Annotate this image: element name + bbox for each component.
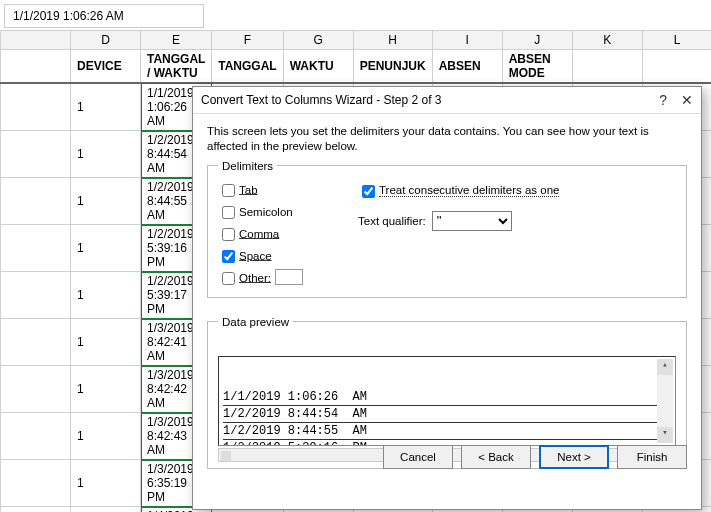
delim-space[interactable]: Space bbox=[218, 247, 338, 266]
delim-comma-checkbox[interactable] bbox=[222, 228, 235, 241]
delim-comma[interactable]: Comma bbox=[218, 225, 338, 244]
dialog-description: This screen lets you set the delimiters … bbox=[207, 124, 687, 154]
text-qualifier-label: Text qualifier: bbox=[358, 215, 426, 227]
delim-other[interactable]: Other: bbox=[218, 269, 338, 288]
delim-space-checkbox[interactable] bbox=[222, 250, 235, 263]
preview-scrollbar[interactable]: ▴ ▾ bbox=[657, 359, 673, 443]
next-button[interactable]: Next > bbox=[539, 445, 609, 469]
preview-line: 1/2/2019 8:44:54 AM bbox=[223, 406, 671, 423]
preview-box[interactable]: 1/1/2019 1:06:26 AM 1/2/2019 8:44:54 AM … bbox=[218, 356, 676, 446]
treat-consecutive-checkbox[interactable] bbox=[362, 185, 375, 198]
header-penunjuk[interactable]: PENUNJUK bbox=[353, 50, 432, 84]
back-button[interactable]: < Back bbox=[461, 445, 531, 469]
preview-line: 1/1/2019 1:06:26 AM bbox=[223, 389, 671, 406]
header-tanggal[interactable]: TANGGAL bbox=[212, 50, 283, 84]
preview-line: 1/2/2019 8:44:55 AM bbox=[223, 423, 671, 440]
dialog-title: Convert Text to Columns Wizard - Step 2 … bbox=[201, 93, 442, 107]
treat-consecutive[interactable]: Treat consecutive delimiters as one bbox=[358, 182, 676, 201]
help-icon[interactable]: ? bbox=[659, 93, 667, 107]
text-qualifier-select[interactable]: " bbox=[432, 211, 512, 231]
col-header-F[interactable]: F bbox=[212, 31, 283, 50]
header-tanggal-waktu[interactable]: TANGGAL / WAKTU bbox=[141, 50, 212, 84]
header-absen-mode[interactable]: ABSEN MODE bbox=[502, 50, 572, 84]
close-icon[interactable]: ✕ bbox=[681, 93, 693, 107]
scroll-up-icon[interactable]: ▴ bbox=[657, 359, 673, 375]
delim-other-checkbox[interactable] bbox=[222, 272, 235, 285]
header-absen[interactable]: ABSEN bbox=[432, 50, 502, 84]
finish-button[interactable]: Finish bbox=[617, 445, 687, 469]
scroll-down-icon[interactable]: ▾ bbox=[657, 427, 673, 443]
header-device[interactable]: DEVICE bbox=[71, 50, 141, 84]
delim-other-input[interactable] bbox=[275, 269, 303, 285]
cancel-button[interactable]: Cancel bbox=[383, 445, 453, 469]
col-header-E[interactable]: E bbox=[141, 31, 212, 50]
delim-semicolon[interactable]: Semicolon bbox=[218, 203, 338, 222]
delimiters-group: Delimiters Tab Semicolon Comma Space Oth… bbox=[207, 160, 687, 298]
delimiters-legend: Delimiters bbox=[218, 160, 277, 172]
column-headers: D E F G H I J K L bbox=[1, 31, 712, 50]
col-header-I[interactable]: I bbox=[432, 31, 502, 50]
header-waktu[interactable]: WAKTU bbox=[283, 50, 353, 84]
col-header-K[interactable]: K bbox=[572, 31, 642, 50]
preview-legend: Data preview bbox=[218, 316, 293, 328]
col-header-G[interactable]: G bbox=[283, 31, 353, 50]
col-header-L[interactable]: L bbox=[642, 31, 711, 50]
delim-semicolon-checkbox[interactable] bbox=[222, 206, 235, 219]
delim-tab-checkbox[interactable] bbox=[222, 184, 235, 197]
col-header-D[interactable]: D bbox=[71, 31, 141, 50]
col-header-J[interactable]: J bbox=[502, 31, 572, 50]
col-header-H[interactable]: H bbox=[353, 31, 432, 50]
formula-bar[interactable]: 1/1/2019 1:06:26 AM bbox=[4, 4, 204, 28]
text-to-columns-dialog: Convert Text to Columns Wizard - Step 2 … bbox=[192, 86, 702, 510]
header-row: DEVICE TANGGAL / WAKTU TANGGAL WAKTU PEN… bbox=[1, 50, 712, 84]
delim-tab[interactable]: Tab bbox=[218, 181, 338, 200]
